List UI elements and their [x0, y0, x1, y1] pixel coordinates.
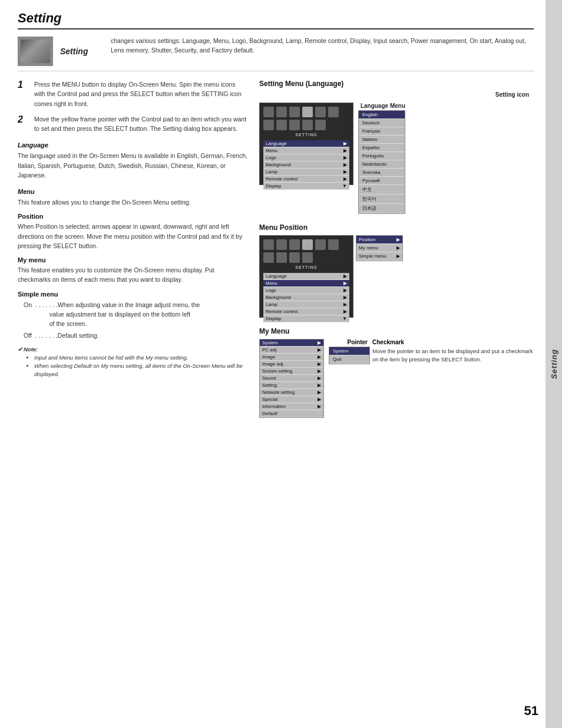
- lang-menu-mock: SETTING Language▶ Menu▶ Logo▶ Background…: [259, 103, 534, 214]
- mymenu-system: System▶: [260, 340, 323, 347]
- page-title: Setting: [18, 11, 534, 26]
- lamp-arrow: ▶: [343, 169, 347, 174]
- mymenu-screensetting-text: Screen setting: [262, 368, 292, 374]
- pos-icon1: [263, 239, 274, 250]
- mymenu-info-text: Information: [262, 404, 286, 409]
- mymenu-image-text: Image: [262, 354, 275, 360]
- menu-item-remote: Remote control▶: [263, 176, 349, 183]
- pos-menu-text: Menu: [266, 281, 277, 286]
- checkmark-title: Checkmark: [372, 339, 534, 345]
- pos-icon9: [289, 252, 300, 263]
- icon11: [315, 120, 326, 130]
- page-number: 51: [524, 703, 538, 719]
- mymenu-right-side: Pointer System Quit: [329, 339, 370, 418]
- lang-english: English: [359, 111, 405, 119]
- lang-deutsch: Deutsch: [359, 119, 405, 127]
- language-heading: Language: [18, 141, 247, 149]
- mymenu-system-arrow: ▶: [318, 340, 321, 345]
- lang-espanol: Español: [359, 144, 405, 152]
- mymenu-screensetting: Screen setting▶: [260, 368, 323, 375]
- display-arrow: ▼: [342, 183, 347, 189]
- icon2: [276, 107, 287, 117]
- menu-item-lang-text: Language: [266, 141, 287, 146]
- right-column: Setting Menu (Language) Setting icon: [259, 80, 534, 427]
- pos-icon8: [276, 252, 287, 263]
- pos-menu-logo: Logo▶: [263, 287, 349, 294]
- header-label: Setting: [60, 47, 101, 56]
- pos-menu-display: Display▼: [263, 315, 349, 322]
- side-tab-label: Setting: [550, 349, 558, 379]
- mymenu-image-arrow: ▶: [318, 354, 321, 360]
- right-menu-pos-section: Menu Position: [259, 223, 534, 318]
- pos-icon10: [302, 252, 313, 263]
- menu-list-lang: Language▶ Menu▶ Logo▶ Background▶ Lamp▶ …: [263, 140, 349, 190]
- position-heading: Position: [18, 213, 247, 220]
- menu-item-logo: Logo▶: [263, 154, 349, 162]
- pos-icon7: [263, 252, 274, 263]
- pos-menu-list: Language▶ Menu▶ Logo▶ Background▶ Lamp▶ …: [263, 273, 349, 322]
- step-1-text: Press the MENU button to display On-Scre…: [34, 80, 247, 108]
- menu-item-language: Language▶: [263, 140, 349, 147]
- position-body: When Position is selected, arrows appear…: [18, 222, 247, 251]
- menu-item-remote-text: Remote control: [266, 176, 297, 182]
- pos-remote-text: Remote control: [266, 309, 297, 314]
- pos-icon4-active: [302, 239, 313, 250]
- menu-item-lamp-text: Lamp: [266, 169, 277, 174]
- menu-item-display: Display▼: [263, 183, 349, 190]
- lang-chinese: 中文: [359, 185, 405, 195]
- pos-bg-arrow: ▶: [343, 295, 347, 300]
- logo-arrow: ▶: [343, 155, 347, 160]
- icon8: [276, 120, 287, 130]
- lang-arrow: ▶: [343, 141, 347, 146]
- mymenu-pcadj: PC adj.▶: [260, 347, 323, 354]
- pos-menu-remote: Remote control▶: [263, 308, 349, 315]
- pos-display-arrow: ▼: [342, 316, 347, 321]
- my-menu-section-title: My Menu: [259, 327, 534, 335]
- pos-sub-simple-arrow: ▶: [396, 253, 400, 259]
- pos-bg-text: Background: [266, 295, 291, 300]
- step-1: 1 Press the MENU button to display On-Sc…: [18, 80, 247, 108]
- menu-item-display-text: Display: [266, 183, 281, 189]
- my-menu-body: This feature enables you to customize th…: [18, 265, 247, 285]
- language-panel: English Deutsch Français Italiano Españo…: [358, 110, 405, 214]
- right-setting-lang-section: Setting Menu (Language) Setting icon: [259, 80, 534, 214]
- simple-menu-off-text: Off . . . . . . .Default setting.: [24, 331, 99, 340]
- icon7: [263, 120, 274, 130]
- simple-menu-on-row: On . . . . . . .When adjusting value in …: [24, 300, 247, 329]
- mymenu-pcadj-arrow: ▶: [318, 347, 321, 353]
- icon1: [263, 107, 274, 117]
- menu-item-background: Background▶: [263, 162, 349, 169]
- pos-lang-text: Language: [266, 274, 287, 279]
- step-2-number: 2: [18, 114, 31, 125]
- simple-menu-heading: Simple menu: [18, 291, 247, 298]
- pos-sub-simple-text: Simple menu: [359, 253, 386, 259]
- pos-menu-language: Language▶: [263, 273, 349, 280]
- language-body: The language used in the On-Screen Menu …: [18, 151, 247, 180]
- mymenu-sub-system: System: [329, 347, 369, 355]
- my-menu-content: System▶ PC adj.▶ Image▶ Image adj.▶ Scre…: [259, 339, 534, 418]
- pointer-label: Pointer: [329, 339, 370, 345]
- menu-item-bg-text: Background: [266, 162, 291, 167]
- pos-icons-row2: [263, 252, 349, 263]
- mymenu-mock: System▶ PC adj.▶ Image▶ Image adj.▶ Scre…: [259, 339, 370, 418]
- menu-heading: Menu: [18, 188, 247, 195]
- note-item-2: When selecting Default on My menu settin…: [34, 362, 247, 379]
- right-my-menu-section: My Menu System▶ PC adj.▶ Image▶ Image ad…: [259, 327, 534, 418]
- mymenu-sound-arrow: ▶: [318, 375, 321, 381]
- pos-remote-arrow: ▶: [343, 309, 347, 314]
- pos-menu-lamp: Lamp▶: [263, 301, 349, 308]
- pos-icon2: [276, 239, 287, 250]
- menu-body: This feature allows you to change the On…: [18, 197, 247, 207]
- pos-screen-label: SETTING: [263, 265, 349, 269]
- icon10: [302, 120, 313, 130]
- pos-sub-position: Position▶: [356, 236, 402, 244]
- pos-sub-mymenu-arrow: ▶: [396, 245, 400, 251]
- bg-arrow: ▶: [343, 162, 347, 167]
- mymenu-sound-text: Sound: [262, 375, 276, 381]
- screen-icons-row2: [263, 120, 349, 130]
- pos-menu-arrow: ▶: [343, 281, 347, 286]
- icon3: [289, 107, 300, 117]
- pos-icon6: [328, 239, 339, 250]
- mymenu-special-text: Special: [262, 397, 277, 402]
- lang-menu-label: Language Menu: [356, 103, 405, 109]
